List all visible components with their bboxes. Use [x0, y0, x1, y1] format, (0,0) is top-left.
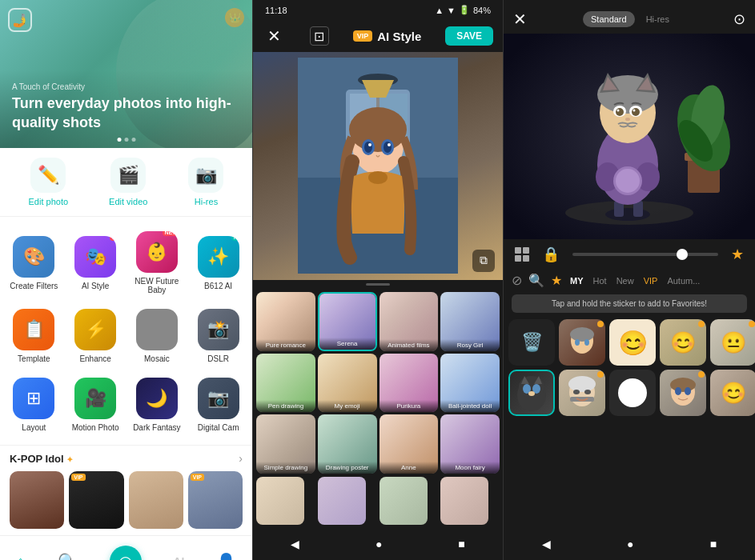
grid-item-future-baby[interactable]: 👶 NEW NEW Future Baby: [127, 223, 188, 301]
nav-search[interactable]: 🔍: [50, 550, 86, 560]
style-extra-2[interactable]: [318, 477, 366, 525]
hires-tab[interactable]: Hi-res: [638, 11, 677, 27]
grid-tool-icon[interactable]: [515, 247, 529, 262]
standard-tab[interactable]: Standard: [583, 11, 635, 27]
sticker-face-svg-1: [566, 326, 598, 358]
search-cat-icon[interactable]: 🔍: [528, 273, 544, 288]
scroll-indicator: [253, 280, 503, 289]
style-ball-jointed[interactable]: Ball-jointed doll: [440, 354, 500, 413]
cat-autumn[interactable]: Autum...: [665, 274, 701, 288]
style-extra-1[interactable]: [256, 477, 304, 525]
kpop-image-2[interactable]: VIP: [69, 471, 123, 529]
nav-profile[interactable]: 👤: [208, 550, 244, 560]
vip-badge-1: VIP: [71, 474, 85, 481]
svg-point-24: [605, 208, 650, 221]
sticker-white-circle[interactable]: [609, 370, 656, 416]
style-label-9: Simple drawing: [256, 462, 315, 474]
star-cat-icon[interactable]: ★: [551, 273, 562, 288]
grid-item-template[interactable]: 📋 Template: [3, 301, 65, 370]
svg-point-15: [388, 143, 391, 146]
close-button[interactable]: ✕: [263, 25, 286, 47]
style-moon-fairy[interactable]: Moon fairy: [440, 414, 500, 474]
dslr-icon: 📸: [198, 309, 239, 350]
camera-active-button[interactable]: ◎: [110, 546, 142, 560]
enhance-label: Enhance: [79, 354, 110, 363]
sticker-face-3[interactable]: 😊: [660, 319, 706, 366]
feature-grid: 🎨 Create Filters 🎭 A AI Style 👶 NEW NEW …: [0, 217, 252, 445]
panel3-camera-icon[interactable]: ⊙: [733, 10, 745, 28]
close-button-3[interactable]: ✕: [513, 10, 527, 29]
history-button[interactable]: ⊡: [310, 26, 329, 46]
kpop-image-3[interactable]: [129, 471, 183, 529]
sticker-dot-6: [698, 371, 705, 378]
vip-badge-2: VIP: [191, 474, 204, 481]
grid-item-dslr[interactable]: 📸 DSLR: [187, 301, 249, 370]
sticker-cat-selected[interactable]: [508, 370, 555, 416]
panel-stickers: ✕ Standard Hi-res ⊙: [504, 0, 755, 560]
quick-action-hires[interactable]: 📷 Hi-res: [188, 158, 223, 206]
style-purikura[interactable]: Purikura: [380, 354, 439, 413]
cat-my[interactable]: MY: [568, 274, 585, 288]
grid-item-create-filters[interactable]: 🎨 Create Filters: [3, 223, 65, 301]
cat-hot[interactable]: Hot: [592, 274, 608, 288]
svg-point-31: [616, 169, 640, 193]
grid-item-ai-style[interactable]: 🎭 A AI Style: [65, 223, 127, 301]
status-bar: 11:18 ▲ ▼ 🔋 84%: [253, 0, 503, 20]
style-serena[interactable]: Serena: [318, 292, 377, 351]
sticker-extra-1[interactable]: 😊: [710, 370, 755, 416]
delete-sticker-button[interactable]: 🗑️: [508, 319, 555, 366]
block-icon[interactable]: ⊘: [512, 273, 522, 288]
sticker-face-1[interactable]: [559, 319, 605, 366]
slider-thumb[interactable]: [677, 249, 688, 260]
cat-vip[interactable]: VIP: [642, 274, 660, 288]
sticker-dot-5: [597, 371, 604, 378]
android-recents-3[interactable]: ■: [694, 534, 733, 554]
grid-item-enhance[interactable]: ⚡ Enhance: [65, 301, 127, 370]
kpop-arrow[interactable]: ›: [239, 452, 243, 465]
sticker-einstein[interactable]: [559, 370, 605, 416]
opacity-slider[interactable]: [572, 253, 718, 256]
save-button[interactable]: SAVE: [445, 26, 493, 46]
style-drawing-poster[interactable]: Drawing poster: [318, 414, 377, 474]
android-home-2[interactable]: ●: [359, 534, 398, 554]
style-simple-drawing[interactable]: Simple drawing: [256, 414, 315, 474]
grid-item-layout[interactable]: ⊞ Layout: [3, 370, 65, 438]
cat-new[interactable]: New: [615, 274, 636, 288]
lock-icon[interactable]: 🔒: [542, 246, 560, 263]
nav-camera[interactable]: ◎: [102, 544, 150, 560]
nav-ai[interactable]: AI: [165, 554, 192, 560]
edit-video-icon: 🎬: [110, 158, 146, 193]
einstein-sticker-svg: [564, 374, 600, 411]
sticker-emoji-2[interactable]: 😊: [609, 319, 656, 366]
style-extra-4[interactable]: [440, 477, 488, 525]
nav-home[interactable]: ⌂: [8, 551, 34, 561]
sticker-face-5[interactable]: [660, 370, 706, 416]
sticker-face-4[interactable]: 😐: [710, 319, 755, 366]
style-animated-films[interactable]: Animated films: [380, 292, 439, 351]
style-pen-drawing[interactable]: Pen drawing: [256, 354, 315, 413]
style-anne[interactable]: Anne: [380, 414, 439, 474]
quick-action-edit-video[interactable]: 🎬 Edit video: [109, 158, 147, 206]
grid-item-motion[interactable]: 🎥 Motion Photo: [65, 370, 127, 438]
style-rosy-girl[interactable]: Rosy Girl: [440, 292, 500, 351]
top-bar: ✕ ⊡ VIP AI Style SAVE: [253, 20, 503, 52]
grid-item-mosaic[interactable]: Mosaic: [127, 301, 188, 370]
compare-toggle-icon[interactable]: ⧉: [472, 250, 495, 272]
kpop-image-1[interactable]: [10, 471, 64, 529]
trash-icon: 🗑️: [521, 332, 543, 353]
grid-item-b612[interactable]: ✨ AI B612 AI: [187, 223, 249, 301]
grid-item-digital-cam[interactable]: 📷 Digital Cam: [187, 370, 249, 438]
kpop-image-4[interactable]: VIP: [188, 471, 243, 529]
android-back-3[interactable]: ◀: [526, 534, 567, 554]
android-back-2[interactable]: ◀: [275, 534, 315, 554]
style-pure-romance[interactable]: Pure romance: [256, 292, 315, 351]
android-home-3[interactable]: ●: [611, 534, 649, 554]
style-label-3: Animated films: [380, 339, 439, 351]
favorite-star-icon[interactable]: ★: [731, 246, 744, 263]
style-extra-3[interactable]: [380, 477, 428, 525]
android-recents-2[interactable]: ■: [442, 534, 480, 554]
hero-overlay: A Touch of Creativity Turn everyday phot…: [0, 70, 252, 148]
quick-action-edit-photo[interactable]: ✏️ Edit photo: [29, 158, 69, 206]
grid-item-dark-fantasy[interactable]: 🌙 Dark Fantasy: [127, 370, 188, 438]
style-my-emoji[interactable]: My emoji: [318, 354, 377, 413]
